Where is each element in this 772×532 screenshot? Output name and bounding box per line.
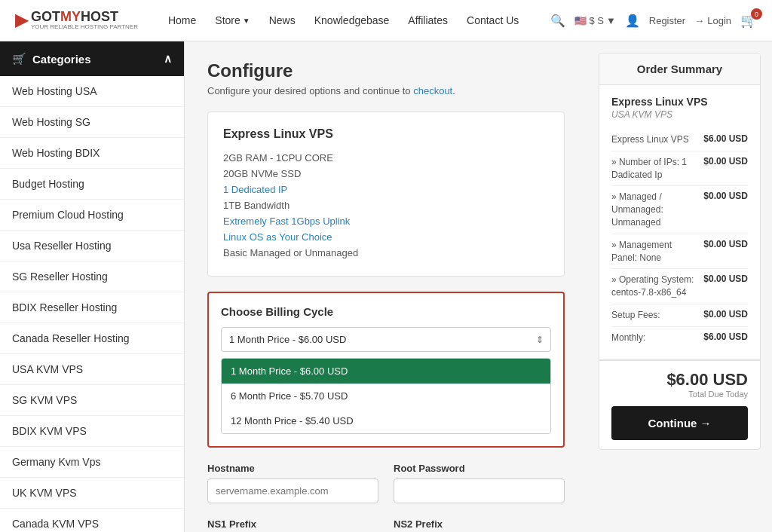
plan-feature-6: Basic Managed or Unmanaged	[223, 245, 549, 261]
nav-news[interactable]: News	[262, 8, 303, 32]
sidebar-item-canada-kvm-vps[interactable]: Canada KVM VPS	[0, 509, 184, 532]
summary-line-2: » Managed / Unmanaged: Unmanaged $0.00 U…	[611, 186, 748, 234]
main-nav: Home Store ▼ News Knowledgebase Affiliat…	[161, 8, 550, 32]
register-button[interactable]: Register	[649, 15, 685, 26]
cart-badge: 0	[751, 8, 762, 20]
ns1-label: NS1 Prefix	[207, 518, 378, 530]
login-arrow-icon: →	[694, 15, 704, 26]
billing-dropdown: 1 Month Price - $6.00 USD 6 Month Price …	[221, 358, 551, 434]
currency-arrow-icon: ▼	[606, 15, 616, 26]
nav-knowledgebase[interactable]: Knowledgebase	[307, 8, 397, 32]
header-right: 🔍 🇺🇸 $ S ▼ 👤 Register → Login 🛒 0	[550, 12, 757, 29]
summary-line-4: » Operating System: centos-7.8-x86_64 $0…	[611, 269, 748, 304]
summary-header: Order Summary	[599, 54, 760, 85]
summary-line-3: » Management Panel: None $0.00 USD	[611, 234, 748, 270]
sidebar-item-bdix-kvm-vps[interactable]: BDIX KVM VPS	[0, 416, 184, 447]
checkout-link[interactable]: checkout	[413, 85, 452, 96]
form-row-hostname: Hostname Root Password	[207, 463, 565, 503]
sidebar-header-label: Categories	[32, 53, 91, 66]
summary-plan-title: Express Linux VPS	[611, 96, 748, 108]
store-arrow-icon: ▼	[243, 17, 250, 25]
login-label: Login	[707, 15, 731, 26]
billing-cycle-card: Choose Billing Cycle 1 Month Price - $6.…	[207, 292, 565, 448]
summary-line-0: Express Linux VPS $6.00 USD	[611, 129, 748, 151]
summary-total-label: Total Due Today	[611, 390, 748, 399]
continue-label: Continue →	[648, 417, 711, 430]
search-icon[interactable]: 🔍	[550, 14, 565, 28]
sidebar-item-premium-cloud-hosting[interactable]: Premium Cloud Hosting	[0, 200, 184, 231]
logo[interactable]: ▶ GOTMYHOST YOUR RELIABLE HOSTING PARTNE…	[15, 10, 138, 31]
summary-line-5: Setup Fees: $0.00 USD	[611, 304, 748, 327]
sidebar: 🛒 Categories ∧ Web Hosting USA Web Hosti…	[0, 41, 185, 532]
plan-feature-1: 20GB NVMe SSD	[223, 166, 549, 182]
root-password-group: Root Password	[394, 463, 565, 503]
summary-body: Express Linux VPS USA KVM VPS Express Li…	[599, 85, 760, 359]
nav-home[interactable]: Home	[161, 8, 204, 32]
root-password-label: Root Password	[394, 463, 565, 474]
sidebar-item-germany-kvm-vps[interactable]: Germany Kvm Vps	[0, 447, 184, 478]
plan-title: Express Linux VPS	[223, 127, 549, 141]
billing-option-1month[interactable]: 1 Month Price - $6.00 USD	[222, 359, 550, 384]
plan-feature-3: 1TB Bandwidth	[223, 197, 549, 213]
plan-info-card: Express Linux VPS 2GB RAM - 1CPU CORE 20…	[207, 112, 565, 277]
form-row-ns: NS1 Prefix NS2 Prefix	[207, 518, 565, 532]
hostname-label: Hostname	[207, 463, 378, 474]
ns2-label: NS2 Prefix	[394, 518, 565, 530]
sidebar-item-web-hosting-usa[interactable]: Web Hosting USA	[0, 76, 184, 107]
page-title: Configure	[207, 60, 565, 81]
billing-title: Choose Billing Cycle	[221, 305, 551, 318]
sidebar-toggle-icon[interactable]: ∧	[164, 52, 172, 66]
nav-affiliates[interactable]: Affiliates	[400, 8, 455, 32]
sidebar-item-usa-kvm-vps[interactable]: USA KVM VPS	[0, 354, 184, 385]
summary-line-1: » Number of IPs: 1 Dadicated Ip $0.00 US…	[611, 151, 748, 187]
sidebar-header: 🛒 Categories ∧	[0, 41, 184, 76]
header: ▶ GOTMYHOST YOUR RELIABLE HOSTING PARTNE…	[0, 0, 772, 41]
billing-option-6month[interactable]: 6 Month Price - $5.70 USD	[222, 384, 550, 408]
login-button[interactable]: → Login	[694, 15, 731, 26]
sidebar-item-sg-reseller-hosting[interactable]: SG Reseller Hosting	[0, 261, 184, 292]
sidebar-item-usa-reseller-hosting[interactable]: Usa Reseller Hosting	[0, 231, 184, 261]
continue-button[interactable]: Continue →	[611, 406, 748, 440]
summary-total-section: $6.00 USD Total Due Today Continue →	[599, 359, 760, 449]
ns1-group: NS1 Prefix	[207, 518, 378, 532]
root-password-input[interactable]	[394, 478, 565, 503]
flag-icon: 🇺🇸	[574, 15, 587, 26]
billing-option-12month[interactable]: 12 Month Price - $5.40 USD	[222, 408, 550, 433]
logo-tagline: YOUR RELIABLE HOSTING PARTNER	[31, 23, 138, 31]
nav-contact[interactable]: Contact Us	[459, 8, 526, 32]
hostname-input[interactable]	[207, 478, 378, 503]
currency-label: $ S	[589, 15, 604, 26]
billing-select[interactable]: 1 Month Price - $6.00 USD 6 Month Price …	[221, 327, 551, 352]
summary-plan-sub: USA KVM VPS	[611, 109, 748, 120]
plan-feature-4[interactable]: Extremely Fast 1Gbps Uplink	[223, 213, 549, 229]
plan-feature-0: 2GB RAM - 1CPU CORE	[223, 150, 549, 166]
sidebar-items: Web Hosting USA Web Hosting SG Web Hosti…	[0, 76, 184, 532]
sidebar-item-bdix-reseller-hosting[interactable]: BDIX Reseller Hosting	[0, 292, 184, 323]
sidebar-item-web-hosting-bdix[interactable]: Web Hosting BDIX	[0, 138, 184, 169]
currency-selector[interactable]: 🇺🇸 $ S ▼	[574, 15, 615, 26]
logo-icon: ▶	[15, 11, 28, 30]
plan-feature-2[interactable]: 1 Dedicated IP	[223, 182, 549, 197]
ns2-group: NS2 Prefix	[394, 518, 565, 532]
sidebar-item-web-hosting-sg[interactable]: Web Hosting SG	[0, 107, 184, 138]
sidebar-item-uk-kvm-vps[interactable]: UK KVM VPS	[0, 478, 184, 509]
user-icon[interactable]: 👤	[625, 14, 640, 28]
summary-total-price: $6.00 USD	[611, 370, 748, 390]
plan-feature-5[interactable]: Linux OS as Your Choice	[223, 229, 549, 245]
cart-button[interactable]: 🛒 0	[740, 12, 757, 29]
cart-sidebar-icon: 🛒	[12, 52, 26, 66]
logo-text-main: GOTMYHOST	[31, 10, 138, 23]
nav-store[interactable]: Store ▼	[207, 8, 257, 32]
hostname-group: Hostname	[207, 463, 378, 503]
page-subtitle: Configure your desired options and conti…	[207, 85, 565, 96]
page-layout: 🛒 Categories ∧ Web Hosting USA Web Hosti…	[0, 41, 772, 532]
register-label: Register	[649, 15, 685, 26]
order-summary: Order Summary Express Linux VPS USA KVM …	[587, 41, 772, 532]
billing-select-wrapper: 1 Month Price - $6.00 USD 6 Month Price …	[221, 327, 551, 352]
main-content: Configure Configure your desired options…	[185, 41, 587, 532]
sidebar-item-sg-kvm-vps[interactable]: SG KVM VPS	[0, 385, 184, 416]
sidebar-item-canada-reseller-hosting[interactable]: Canada Reseller Hosting	[0, 323, 184, 354]
summary-line-6: Monthly: $6.00 USD	[611, 327, 748, 349]
sidebar-item-budget-hosting[interactable]: Budget Hosting	[0, 169, 184, 200]
summary-card: Order Summary Express Linux VPS USA KVM …	[599, 53, 761, 450]
